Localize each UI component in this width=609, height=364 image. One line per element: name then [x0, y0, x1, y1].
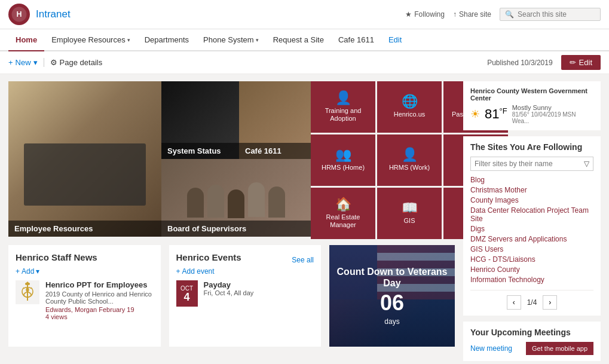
countdown-number: 06 [380, 292, 404, 314]
globe-icon: 🌐 [402, 95, 418, 108]
tile-gis[interactable]: 📖 GIS [377, 188, 442, 239]
chevron-down-icon: ▾ [127, 37, 130, 43]
staff-news-title: Henrico Staff News [16, 252, 154, 262]
weather-main: ☀ 81°F Mostly Sunny 81/56° 10/04/2019 MS… [470, 104, 593, 124]
tile-henrico-us[interactable]: 🌐 Henrico.us [377, 81, 442, 133]
tile-real-estate[interactable]: 🏠 Real Estate Manager [311, 188, 375, 239]
following-link-christmas[interactable]: Christmas Mother [470, 186, 593, 194]
house-icon: 🏠 [335, 198, 351, 211]
tile-hrms-home[interactable]: 👥 HRMS (Home) [311, 134, 375, 186]
hero-board[interactable]: Board of Supervisors [161, 159, 311, 237]
page-details-button[interactable]: ⚙ Page details [50, 58, 103, 67]
main-content: Employee Resources System Status Café 16… [0, 74, 609, 364]
tile-training[interactable]: 👤 Training and Adoption [311, 81, 375, 133]
countdown-box: Count Down to Veterans Day 06 days [329, 245, 455, 347]
published-info: Published 10/3/2019 [487, 59, 552, 67]
tile-hrms-work[interactable]: 👤 HRMS (Work) [377, 134, 442, 186]
pagination: ‹ 1/4 › [470, 290, 593, 310]
following-btn[interactable]: ★ Following [405, 10, 445, 19]
prev-page-button[interactable]: ‹ [507, 295, 521, 310]
pencil-icon: ✏ [570, 58, 576, 67]
left-panel: Employee Resources System Status Café 16… [8, 81, 455, 361]
hero-employee-resources[interactable]: Employee Resources [8, 81, 161, 237]
bottom-section: Henrico Staff News + Add ▾ [8, 245, 455, 347]
plus-icon: + [8, 58, 13, 67]
svg-point-7 [27, 283, 30, 285]
following-link-blog[interactable]: Blog [470, 176, 593, 184]
meetings-box: Your Upcoming Meetings New meeting Get t… [463, 322, 601, 361]
weather-box: Henrico County Western Government Center… [463, 81, 601, 130]
new-meeting-button[interactable]: New meeting [470, 344, 512, 353]
countdown-title: Count Down to Veterans Day [329, 266, 455, 289]
nav-item-employee-resources[interactable]: Employee Resources ▾ [44, 29, 137, 50]
following-title: The Sites You Are Following [470, 142, 593, 152]
add-news-button[interactable]: + Add ▾ [16, 267, 154, 276]
following-link-digs[interactable]: Digs [470, 225, 593, 233]
page-toolbar-left: + New ▾ ⚙ Page details [8, 58, 102, 67]
hero-cafe[interactable]: Café 1611 [239, 81, 311, 159]
board-label: Board of Supervisors [161, 221, 311, 237]
next-page-button[interactable]: › [543, 295, 557, 310]
chevron-icon: ▾ [33, 58, 38, 67]
countdown-section: Count Down to Veterans Day 06 days [329, 245, 455, 347]
nav-item-phone-system[interactable]: Phone System ▾ [196, 29, 266, 50]
event-month: OCT [180, 285, 193, 292]
following-link-county-images[interactable]: County Images [470, 196, 593, 204]
events-section: Henrico Events See all + Add event OCT 4… [169, 245, 322, 347]
share-site-btn[interactable]: ↑ Share site [453, 10, 491, 19]
nav-item-cafe[interactable]: Cafe 1611 [331, 29, 381, 50]
following-link-hcg[interactable]: HCG - DTS/Liaisons [470, 255, 593, 264]
nav-bar: Home Employee Resources ▾ Departments Ph… [0, 29, 609, 51]
new-button[interactable]: + New ▾ [8, 58, 38, 67]
filter-icon: ▽ [580, 157, 593, 170]
search-input[interactable] [518, 10, 595, 19]
chevron-down-icon-news: ▾ [36, 267, 39, 276]
following-links: Blog Christmas Mother County Images Data… [470, 176, 593, 284]
employee-resources-label: Employee Resources [8, 221, 161, 237]
event-date-box: OCT 4 [176, 280, 198, 307]
plus-icon-news: + [16, 267, 20, 276]
nav-item-home[interactable]: Home [8, 29, 44, 51]
chevron-down-icon-2: ▾ [256, 37, 259, 43]
weather-condition: Mostly Sunny [512, 104, 593, 111]
svg-point-6 [25, 283, 27, 285]
event-day: 4 [183, 292, 189, 302]
add-event-button[interactable]: + Add event [176, 267, 314, 276]
hero-system-status[interactable]: System Status [161, 81, 239, 159]
nav-item-departments[interactable]: Departments [137, 29, 196, 50]
site-title: Intranet [36, 8, 71, 20]
hero-grid: Employee Resources System Status Café 16… [8, 81, 455, 237]
search-box[interactable]: 🔍 [500, 8, 601, 21]
search-icon: 🔍 [505, 10, 514, 19]
divider [44, 58, 44, 67]
page-toolbar: + New ▾ ⚙ Page details Published 10/3/20… [0, 51, 609, 74]
sun-icon: ☀ [470, 108, 480, 121]
news-item: Henrico PPT for Employees 2019 County of… [16, 280, 154, 320]
event-name: Payday [204, 280, 254, 289]
following-link-gis-users[interactable]: GIS Users [470, 245, 593, 253]
following-link-dmz[interactable]: DMZ Servers and Applications [470, 235, 593, 243]
following-link-henrico-county[interactable]: Henrico County [470, 265, 593, 274]
top-bar: H Intranet ★ Following ↑ Share site 🔍 [0, 0, 609, 29]
right-panel: Henrico County Western Government Center… [463, 81, 601, 361]
nav-item-request-site[interactable]: Request a Site [266, 29, 331, 50]
filter-input[interactable] [471, 157, 580, 170]
event-details: Payday Fri, Oct 4, All day [204, 280, 254, 296]
see-all-button[interactable]: See all [292, 256, 314, 264]
meetings-title: Your Upcoming Meetings [470, 328, 593, 337]
filter-bar: ▽ [470, 157, 593, 171]
news-desc: 2019 County of Henrico and Henrico Count… [45, 290, 154, 305]
weather-location: Henrico County Western Government Center [470, 87, 593, 102]
training-icon: 👤 [335, 91, 351, 105]
svg-text:H: H [17, 10, 22, 19]
weather-temp: 81°F [485, 106, 507, 122]
edit-page-button[interactable]: ✏ Edit [561, 55, 601, 70]
events-title: Henrico Events [176, 252, 241, 262]
weather-details: Mostly Sunny 81/56° 10/04/2019 MSN Wea..… [512, 104, 593, 124]
following-link-it[interactable]: Information Technology [470, 276, 593, 284]
following-link-data-center[interactable]: Data Center Relocation Project Team Site [470, 206, 593, 223]
mobile-app-button[interactable]: Get the mobile app [526, 342, 593, 355]
following-box: The Sites You Are Following ▽ Blog Chris… [463, 136, 601, 316]
nav-item-edit[interactable]: Edit [381, 29, 409, 50]
star-icon: ★ [405, 10, 412, 19]
